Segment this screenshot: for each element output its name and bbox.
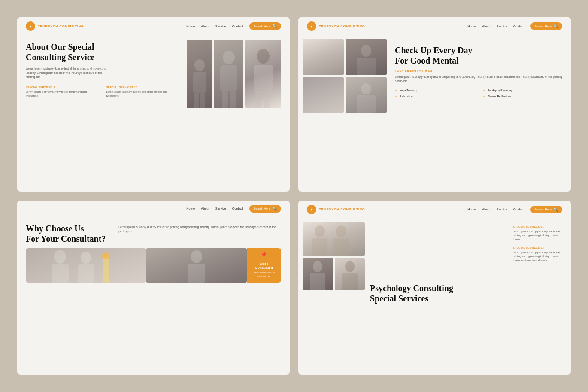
check-icon-3: ✓ <box>395 94 398 98</box>
psych-service-2: SPECIAL SERVICES 02 Lorem Ipsum is simpl… <box>513 246 564 262</box>
card4-body: Psychology ConsultingSpecial Services SP… <box>298 219 571 375</box>
svg-rect-23 <box>188 264 205 283</box>
benefit-1: ✓ Yoga Training <box>395 88 474 92</box>
search-button-3[interactable]: Search Here 🔍 <box>249 205 281 213</box>
benefits-grid: ✓ Yoga Training ✓ Be Happy Everyday ✓ Re… <box>395 88 562 98</box>
card1-body: About Our SpecialConsulting Service Lore… <box>17 35 290 192</box>
svg-point-14 <box>361 83 371 94</box>
service-text-1: Lorem Ipsum is simply dummy text of the … <box>26 90 100 98</box>
svg-rect-1 <box>193 72 206 93</box>
search-icon-4: 🔍 <box>553 207 558 212</box>
card-psychology: ● ZENPSYCH CONSULTING Home About Service… <box>298 201 571 375</box>
location-icon: 📍 <box>260 252 268 260</box>
psych-service-1: SPECIAL SERVICES 01 Lorem Ipsum is simpl… <box>513 225 564 241</box>
nav-about-3[interactable]: About <box>201 207 209 210</box>
psych-service-text-1: Lorem Ipsum is simply dummy text of the … <box>513 230 564 241</box>
nav-links-4: Home About Service Contact Search Here 🔍 <box>467 206 562 213</box>
service-text-2: Lorem Ipsum is simply dummy text of the … <box>106 90 181 98</box>
search-button-1[interactable]: Search Here 🔍 <box>249 22 281 30</box>
svg-point-12 <box>361 45 371 57</box>
brand-icon-1: ● <box>26 21 35 31</box>
benefit-4: ✓ Always Be Positive <box>483 94 562 98</box>
svg-point-4 <box>223 51 235 64</box>
card3-images: 📍 Good Consultant Lorem ipsum dolor sit … <box>26 248 281 283</box>
card2-right: Check Up Every DayFor Good Mental YOUR B… <box>395 39 562 185</box>
nav-home-4[interactable]: Home <box>467 207 476 211</box>
check-icon-1: ✓ <box>395 88 398 92</box>
consulting-image-2 <box>146 248 247 283</box>
benefit-2: ✓ Be Happy Everyday <box>483 88 562 92</box>
service-label-2: SPECIAL SERVICES 02 <box>106 86 181 88</box>
psych-image-3 <box>335 258 365 290</box>
nav-contact-1[interactable]: Contact <box>232 24 243 28</box>
card2-images-row1 <box>303 39 388 75</box>
nav-links-3: Home About Service Contact Search Here 🔍 <box>186 205 281 213</box>
nav-service-2[interactable]: Service <box>497 24 507 28</box>
svg-rect-15 <box>357 95 376 113</box>
card4-imgs-row <box>303 258 365 290</box>
nav-service-3[interactable]: Service <box>215 207 226 210</box>
nav-home-3[interactable]: Home <box>186 207 195 210</box>
nav-contact-4[interactable]: Contact <box>513 207 524 211</box>
svg-rect-10 <box>255 92 262 108</box>
psych-service-label-1: SPECIAL SERVICES 01 <box>513 225 564 228</box>
card3-description: Lorem Ipsum is simply dummy text of the … <box>118 225 281 234</box>
card1-left: About Our SpecialConsulting Service Lore… <box>26 40 180 185</box>
therapy-image-4 <box>346 77 387 113</box>
nav-about-2[interactable]: About <box>482 24 491 28</box>
svg-rect-11 <box>264 92 270 108</box>
svg-point-0 <box>194 59 205 71</box>
card-checkup: ● ZENPSYCH CONSULTING Home About Service… <box>298 17 571 192</box>
svg-rect-25 <box>312 238 327 256</box>
service-col-1: SPECIAL SERVICES 1 Lorem Ipsum is simply… <box>26 86 100 98</box>
therapy-image-1 <box>303 39 344 75</box>
navbar-3: Home About Service Contact Search Here 🔍 <box>17 201 290 217</box>
therapy-image-2 <box>346 39 387 75</box>
check-icon-2: ✓ <box>483 88 486 92</box>
psych-service-label-2: SPECIAL SERVICES 02 <box>513 246 564 249</box>
card1-description: Lorem Ipsum is simply dummy text of the … <box>26 67 112 79</box>
nav-about-4[interactable]: About <box>482 207 491 211</box>
search-button-2[interactable]: Search Here 🔍 <box>530 22 562 30</box>
search-icon-3: 🔍 <box>272 207 277 211</box>
search-icon-2: 🔍 <box>553 24 558 28</box>
card4-images <box>303 222 365 369</box>
svg-rect-17 <box>52 264 69 283</box>
card4-title: Psychology ConsultingSpecial Services <box>370 283 508 304</box>
brand-icon-2: ● <box>307 21 316 31</box>
check-icon-4: ✓ <box>483 94 486 98</box>
card-about: ● ZENPSYCH CONSULTING Home About Service… <box>17 17 290 192</box>
nav-links-2: Home About Service Contact Search Here 🔍 <box>467 22 562 30</box>
nav-contact-2[interactable]: Contact <box>513 24 524 28</box>
consultant-badge: 📍 Good Consultant Lorem ipsum dolor sit … <box>247 248 281 283</box>
card3-content: Why Choose UsFor Your Consultant? Lorem … <box>17 217 290 375</box>
nav-contact-3[interactable]: Contact <box>232 207 243 210</box>
nav-service-1[interactable]: Service <box>215 24 226 28</box>
svg-rect-31 <box>342 273 358 290</box>
svg-rect-29 <box>310 273 325 290</box>
navbar-2: ● ZENPSYCH CONSULTING Home About Service… <box>298 17 571 35</box>
svg-point-24 <box>315 225 325 237</box>
card2-images-row2 <box>303 77 388 113</box>
nav-home-2[interactable]: Home <box>467 24 476 28</box>
svg-point-21 <box>102 252 110 259</box>
psych-image-2 <box>303 258 333 290</box>
nav-about-1[interactable]: About <box>201 24 209 28</box>
search-button-4[interactable]: Search Here 🔍 <box>530 206 562 213</box>
svg-rect-20 <box>103 257 109 283</box>
nav-service-4[interactable]: Service <box>497 207 507 211</box>
card2-title: Check Up Every DayFor Good Mental <box>395 45 562 66</box>
nav-links-1: Home About Service Contact Search Here 🔍 <box>186 22 281 30</box>
svg-point-18 <box>81 252 91 264</box>
psych-service-text-2: Lorem Ipsum is simply dummy text of the … <box>513 251 564 262</box>
brand-name-2: ZENPSYCH CONSULTING <box>319 24 365 28</box>
card1-title: About Our SpecialConsulting Service <box>26 42 180 62</box>
svg-rect-6 <box>222 91 228 108</box>
nav-home-1[interactable]: Home <box>186 24 195 28</box>
brand-name-1: ZENPSYCH CONSULTING <box>38 24 84 28</box>
benefit-3: ✓ Relaxation <box>395 94 474 98</box>
service-col-2: SPECIAL SERVICES 02 Lorem Ipsum is simpl… <box>106 86 181 98</box>
brand-2: ● ZENPSYCH CONSULTING <box>307 21 365 31</box>
card3-title: Why Choose UsFor Your Consultant? <box>26 223 106 244</box>
benefit-label: YOUR BENEFIT WITH US <box>395 69 562 72</box>
